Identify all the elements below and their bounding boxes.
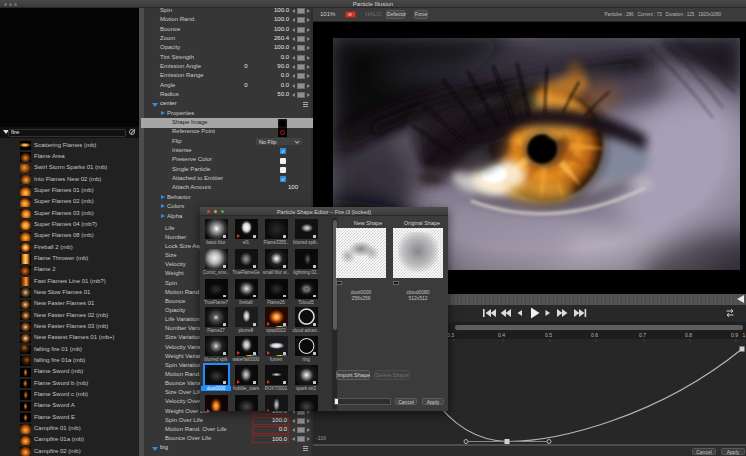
svg-text:1: 1 [743,332,746,338]
svg-text:0.6: 0.6 [591,332,598,338]
svg-text:0.8: 0.8 [685,332,692,338]
svg-text:0.4: 0.4 [498,332,505,338]
svg-text:0.7: 0.7 [639,332,646,338]
svg-text:0.9: 0.9 [731,332,738,338]
svg-text:0.3: 0.3 [447,332,454,338]
svg-text:-100: -100 [316,435,326,441]
svg-text:0.5: 0.5 [545,332,552,338]
